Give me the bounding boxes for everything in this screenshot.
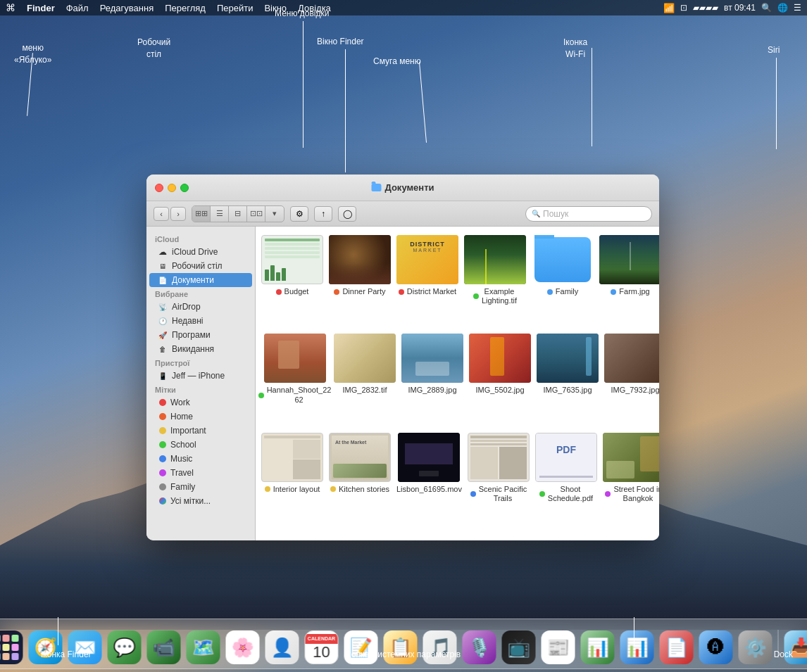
search-placeholder: Пошук — [543, 209, 568, 219]
view-icon-button[interactable]: ⊞⊞ — [192, 206, 211, 222]
dock-numbers[interactable]: 📊 — [580, 628, 616, 664]
sidebar-item-trash[interactable]: 🗑 Викидання — [149, 342, 252, 356]
file-img5502[interactable]: IMG_5502.jpg — [469, 334, 531, 404]
finder-menu[interactable]: Finder — [27, 3, 55, 13]
sidebar-tag-travel[interactable]: Travel — [149, 466, 252, 480]
file-shoot[interactable]: PDF ShootSchedule.pdf — [535, 433, 597, 503]
dock-music[interactable]: 🎵 — [422, 628, 458, 664]
dock-calendar[interactable]: CALENDAR 10 — [304, 628, 340, 664]
file-lisbon[interactable]: Lisbon_61695.mov — [396, 433, 462, 503]
dock-podcasts[interactable]: 🎙️ — [461, 628, 498, 664]
img7932-thumb — [604, 334, 659, 383]
close-button[interactable] — [155, 184, 163, 192]
control-center-icon[interactable]: ☰ — [794, 3, 801, 13]
folder-icon — [372, 184, 382, 191]
dock-appstore[interactable]: 🅐 — [698, 628, 734, 664]
dock-photos[interactable]: 🌸 — [225, 628, 261, 664]
help-menu[interactable]: Довідка — [298, 3, 331, 13]
file-streetfood[interactable]: Street Food inBangkok — [603, 433, 659, 503]
maximize-button[interactable] — [180, 184, 189, 192]
icloud-section: iCloud — [146, 232, 255, 245]
dock-mail[interactable]: ✉️ — [67, 628, 104, 664]
file-interior[interactable]: Interior layout — [261, 433, 323, 503]
all-tags-label: Усі мітки... — [170, 496, 211, 506]
dock-preferences[interactable]: ⚙️ — [737, 628, 774, 664]
farm-label: Farm.jpg — [611, 287, 649, 296]
sidebar-tag-school[interactable]: School — [149, 438, 252, 452]
menubar: ⌘ Finder Файл Редагування Перегляд Перей… — [0, 0, 807, 15]
file-example-lighting[interactable]: ExampleLighting.tif — [464, 235, 526, 305]
sidebar-tag-important[interactable]: Important — [149, 424, 252, 438]
sidebar-item-desktop[interactable]: 🖥 Робочий стіл — [149, 259, 252, 273]
edit-menu[interactable]: Редагування — [100, 3, 154, 13]
dock-downloads[interactable]: 📥 — [783, 628, 808, 664]
sidebar-tag-home[interactable]: Home — [149, 410, 252, 424]
back-button[interactable]: ‹ — [154, 207, 169, 221]
view-gallery-button[interactable]: ⊡⊡ — [247, 206, 265, 222]
file-family-folder[interactable]: Family — [532, 235, 594, 305]
language-icon[interactable]: 🌐 — [777, 3, 788, 13]
dock-launchpad[interactable] — [0, 628, 25, 664]
dock-pages[interactable]: 📄 — [658, 628, 695, 664]
dock-reminders[interactable]: 📝 — [343, 628, 380, 664]
file-kitchen[interactable]: At the Market Kitchen stories — [329, 433, 391, 503]
dock-music-icon: 🎵 — [423, 630, 457, 664]
traffic-lights — [155, 184, 189, 192]
dock-facetime[interactable]: 📹 — [146, 628, 182, 664]
documents-label: Документи — [172, 275, 214, 285]
dock-safari[interactable]: 🧭 — [27, 628, 64, 664]
file-budget[interactable]: Budget — [261, 235, 323, 305]
kitchen-thumb: At the Market — [329, 433, 391, 482]
view-dropdown-button[interactable]: ▾ — [265, 206, 284, 222]
search-bar[interactable]: 🔍 Пошук — [525, 206, 652, 222]
shoot-thumb: PDF — [535, 433, 597, 482]
minimize-button[interactable] — [168, 184, 176, 192]
share-button[interactable]: ↑ — [314, 206, 332, 222]
sidebar-item-recents[interactable]: 🕐 Недавні — [149, 314, 252, 328]
file-menu[interactable]: Файл — [66, 3, 89, 13]
file-scenic[interactable]: Scenic PacificTrails — [468, 433, 530, 503]
dock-appletv[interactable]: 📺 — [501, 628, 537, 664]
view-menu[interactable]: Перегляд — [165, 3, 206, 13]
file-img7635[interactable]: IMG_7635.jpg — [537, 334, 599, 404]
sidebar-item-icloud-drive[interactable]: ☁ iCloud Drive — [149, 245, 252, 259]
forward-button[interactable]: › — [170, 207, 186, 221]
sidebar-item-iphone[interactable]: 📱 Jeff — iPhone — [149, 369, 252, 383]
dock-contacts-icon: 👤 — [265, 630, 299, 664]
dock-keynote[interactable]: 📊 — [619, 628, 656, 664]
dock-maps[interactable]: 🗺️ — [185, 628, 222, 664]
sidebar-item-airdrop[interactable]: 📡 AirDrop — [149, 300, 252, 314]
dock-contacts[interactable]: 👤 — [264, 628, 301, 664]
search-menubar-icon[interactable]: 🔍 — [761, 3, 772, 13]
sidebar-tag-work[interactable]: Work — [149, 395, 252, 410]
file-farm[interactable]: Farm.jpg — [599, 235, 659, 305]
lighting-label: ExampleLighting.tif — [473, 287, 517, 305]
sidebar-item-apps[interactable]: 🚀 Програми — [149, 328, 252, 342]
sidebar-all-tags[interactable]: Усі мітки... — [149, 494, 252, 508]
file-img2832[interactable]: IMG_2832.tif — [334, 334, 396, 404]
sidebar-tag-family[interactable]: Family — [149, 480, 252, 494]
dock-messages[interactable]: 💬 — [106, 628, 143, 664]
dock-notes[interactable]: 📋 — [382, 628, 419, 664]
file-district-market[interactable]: DISTRICT MARKET District Market — [396, 235, 458, 305]
go-menu[interactable]: Перейти — [217, 3, 254, 13]
dock-photos-icon: 🌸 — [226, 630, 260, 664]
sidebar-item-documents[interactable]: 📄 Документи — [149, 273, 252, 287]
dock-mail-icon: ✉️ — [68, 630, 102, 664]
home-label: Home — [170, 412, 193, 421]
window-menu[interactable]: Вікно — [264, 3, 287, 13]
img7635-label: IMG_7635.jpg — [543, 386, 592, 395]
view-list-button[interactable]: ☰ — [211, 206, 229, 222]
action-button[interactable]: ⚙ — [290, 206, 308, 222]
dock-news[interactable]: 📰 — [540, 628, 577, 664]
file-img2889[interactable]: IMG_2889.jpg — [401, 334, 463, 404]
file-img7932[interactable]: IMG_7932.jpg — [604, 334, 659, 404]
file-hannah[interactable]: Hannah_Shoot_2262 — [261, 334, 328, 404]
kitchen-label: Kitchen stories — [330, 485, 389, 494]
apple-menu[interactable]: ⌘ — [6, 2, 15, 13]
file-dinner-party[interactable]: Dinner Party — [329, 235, 391, 305]
sidebar-tag-music[interactable]: Music — [149, 452, 252, 466]
view-column-button[interactable]: ⊟ — [229, 206, 247, 222]
tag-button[interactable]: ◯ — [338, 206, 356, 222]
important-dot — [159, 427, 166, 434]
